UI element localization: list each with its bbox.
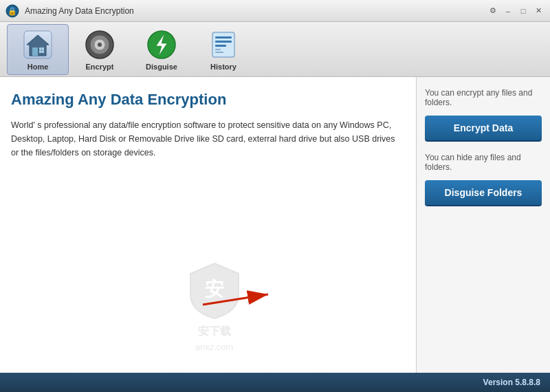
close-button[interactable]: ✕ (532, 5, 544, 17)
encrypt-data-button[interactable]: Encrypt Data (425, 116, 542, 142)
svg-text:安: 安 (204, 278, 224, 300)
maximize-button[interactable]: □ (517, 5, 529, 17)
home-icon (23, 30, 53, 60)
app-description: World' s professional any data/file encr… (11, 118, 402, 160)
home-label: Home (28, 63, 49, 71)
encrypt-hint: You can encrypt any files and folders. (425, 88, 542, 107)
window-title: Amazing Any Data Encryption (25, 6, 487, 16)
toolbar-item-disguise[interactable]: Disguise (131, 24, 192, 75)
history-icon (208, 30, 239, 60)
minimize-button[interactable]: – (502, 5, 514, 17)
svg-point-11 (98, 43, 102, 47)
left-panel: Amazing Any Data Encryption World' s pro… (0, 77, 416, 373)
version-text: Version 5.8.8.8 (483, 378, 540, 387)
statusbar: Version 5.8.8.8 (0, 373, 550, 392)
svg-rect-15 (215, 36, 232, 39)
right-panel: You can encrypt any files and folders. E… (416, 77, 550, 373)
toolbar-item-home[interactable]: Home (7, 24, 69, 75)
titlebar: 🔒 Amazing Any Data Encryption ⚙ – □ ✕ (0, 0, 550, 22)
disguise-label: Disguise (146, 63, 177, 71)
svg-rect-18 (215, 49, 221, 50)
disguise-hint: You can hide any files and folders. (425, 153, 542, 172)
disguise-icon (146, 30, 177, 60)
arrow-indicator (196, 281, 278, 318)
history-label: History (210, 63, 236, 71)
svg-line-22 (203, 294, 268, 305)
toolbar-item-history[interactable]: History (192, 24, 254, 75)
svg-text:🔒: 🔒 (8, 6, 17, 16)
svg-rect-16 (215, 41, 232, 43)
toolbar: Home Encrypt Disguise (0, 22, 550, 77)
app-icon: 🔒 (6, 4, 19, 18)
encrypt-icon (85, 30, 115, 60)
svg-rect-19 (215, 52, 223, 53)
watermark-brand: 安下载 (198, 325, 231, 339)
encrypt-label: Encrypt (86, 63, 114, 71)
watermark-shield-icon: 安 (184, 260, 245, 322)
settings-button[interactable]: ⚙ (487, 5, 499, 17)
watermark-url: anxz.com (195, 342, 234, 352)
disguise-folders-button[interactable]: Disguise Folders (425, 180, 542, 206)
main-content: Amazing Any Data Encryption World' s pro… (0, 77, 550, 373)
toolbar-item-encrypt[interactable]: Encrypt (69, 24, 131, 75)
watermark: 安 安下载 anxz.com (184, 260, 245, 352)
svg-rect-4 (32, 47, 38, 56)
app-title: Amazing Any Data Encryption (11, 91, 402, 109)
window-controls: ⚙ – □ ✕ (487, 5, 544, 17)
svg-rect-17 (215, 45, 226, 47)
